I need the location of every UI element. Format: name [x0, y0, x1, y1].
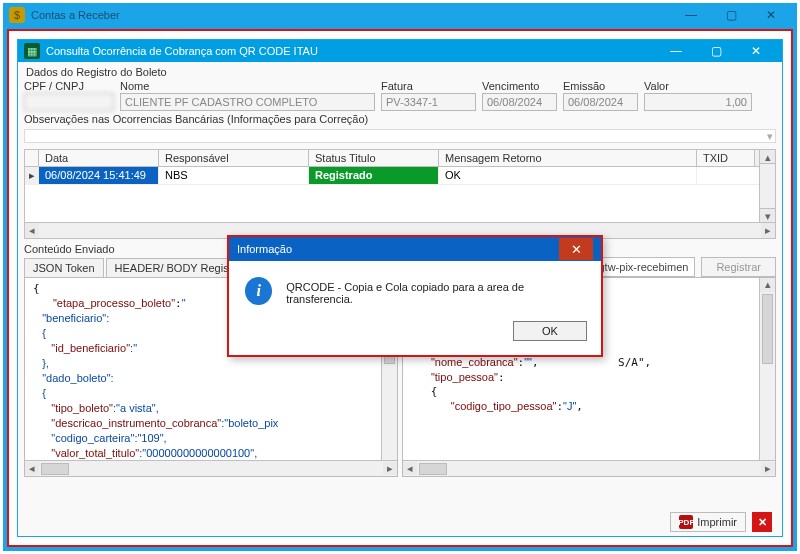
- outer-close-button[interactable]: ✕: [751, 4, 791, 26]
- info-dialog: Informação ✕ i QRCODE - Copia e Cola cop…: [227, 235, 603, 357]
- cell-txid[interactable]: [697, 167, 755, 184]
- col-status[interactable]: Status Titulo: [309, 150, 439, 166]
- info-dialog-title: Informação: [237, 243, 292, 255]
- cell-responsavel[interactable]: NBS: [159, 167, 309, 184]
- cell-status[interactable]: Registrado: [309, 167, 439, 184]
- pdf-icon: PDF: [679, 515, 693, 529]
- inner-titlebar[interactable]: ▦ Consulta Ocorrência de Cobrança com QR…: [18, 40, 782, 62]
- qr-icon: ▦: [24, 43, 40, 59]
- scroll-thumb[interactable]: [762, 294, 773, 364]
- scroll-thumb[interactable]: [41, 463, 69, 475]
- imprimir-button[interactable]: PDF Imprimir: [670, 512, 746, 532]
- info-icon: i: [245, 277, 272, 305]
- fatura-input[interactable]: [381, 93, 476, 111]
- scroll-right-icon[interactable]: ▸: [761, 223, 775, 238]
- inner-minimize-button[interactable]: —: [656, 40, 696, 62]
- outer-maximize-button[interactable]: ▢: [711, 4, 751, 26]
- info-dialog-titlebar[interactable]: Informação ✕: [229, 237, 601, 261]
- vencimento-label: Vencimento: [482, 80, 557, 92]
- occurrences-grid: Data Responsável Status Titulo Mensagem …: [24, 149, 776, 223]
- imprimir-label: Imprimir: [697, 516, 737, 528]
- col-txid[interactable]: TXID: [697, 150, 755, 166]
- nome-label: Nome: [120, 80, 375, 92]
- scroll-up-icon[interactable]: ▴: [760, 278, 775, 292]
- inner-maximize-button[interactable]: ▢: [696, 40, 736, 62]
- scroll-left-icon[interactable]: ◂: [403, 462, 417, 475]
- cell-mensagem[interactable]: OK: [439, 167, 697, 184]
- json-left-hscroll[interactable]: ◂ ▸: [25, 460, 397, 476]
- coins-icon: $: [9, 7, 25, 23]
- fields-group-title: Dados do Registro do Boleto: [24, 66, 776, 78]
- inner-close-button[interactable]: ✕: [736, 40, 776, 62]
- info-dialog-message: QRCODE - Copia e Cola copiado para a are…: [286, 277, 585, 305]
- emissao-input[interactable]: [563, 93, 638, 111]
- json-right-hscroll[interactable]: ◂ ▸: [403, 460, 775, 476]
- grid-row[interactable]: ▸ 06/08/2024 15:41:49 NBS Registrado OK: [25, 167, 759, 185]
- scroll-thumb[interactable]: [419, 463, 447, 475]
- scroll-right-icon[interactable]: ▸: [761, 462, 775, 475]
- emissao-label: Emissão: [563, 80, 638, 92]
- grid-header: Data Responsável Status Titulo Mensagem …: [25, 150, 759, 167]
- grid-vertical-scrollbar[interactable]: ▴ ▾: [759, 150, 775, 222]
- outer-minimize-button[interactable]: —: [671, 4, 711, 26]
- close-panel-button[interactable]: ✕: [752, 512, 772, 532]
- cell-data[interactable]: 06/08/2024 15:41:49: [39, 167, 159, 184]
- outer-titlebar[interactable]: $ Contas a Receber — ▢ ✕: [3, 3, 797, 27]
- col-mensagem[interactable]: Mensagem Retorno: [439, 150, 697, 166]
- scroll-down-icon[interactable]: ▾: [760, 208, 775, 222]
- outer-title: Contas a Receber: [31, 9, 671, 21]
- fatura-label: Fatura: [381, 80, 476, 92]
- valor-input[interactable]: [644, 93, 752, 111]
- info-dialog-close-button[interactable]: ✕: [559, 238, 593, 260]
- cpf-label: CPF / CNPJ: [24, 80, 114, 92]
- scroll-up-icon[interactable]: ▴: [760, 150, 775, 164]
- observacoes-label: Observações nas Ocorrencias Bancárias (I…: [24, 113, 776, 125]
- info-dialog-ok-button[interactable]: OK: [513, 321, 587, 341]
- row-indicator-icon: ▸: [25, 167, 39, 184]
- inner-title: Consulta Ocorrência de Cobrança com QR C…: [46, 45, 656, 57]
- vencimento-input[interactable]: [482, 93, 557, 111]
- scroll-left-icon[interactable]: ◂: [25, 462, 39, 475]
- observacoes-bar[interactable]: ▾: [24, 129, 776, 143]
- registrar-button: Registrar: [701, 257, 776, 277]
- col-responsavel[interactable]: Responsável: [159, 150, 309, 166]
- scroll-right-icon[interactable]: ▸: [383, 462, 397, 475]
- cpf-input[interactable]: [24, 93, 114, 111]
- col-data[interactable]: Data: [39, 150, 159, 166]
- footer: PDF Imprimir ✕: [670, 512, 772, 532]
- grid-indicator-header: [25, 150, 39, 166]
- json-right-vscroll[interactable]: ▴: [759, 278, 775, 460]
- valor-label: Valor: [644, 80, 752, 92]
- tab-json-token[interactable]: JSON Token: [24, 258, 104, 277]
- nome-input[interactable]: [120, 93, 375, 111]
- scroll-left-icon[interactable]: ◂: [25, 223, 39, 238]
